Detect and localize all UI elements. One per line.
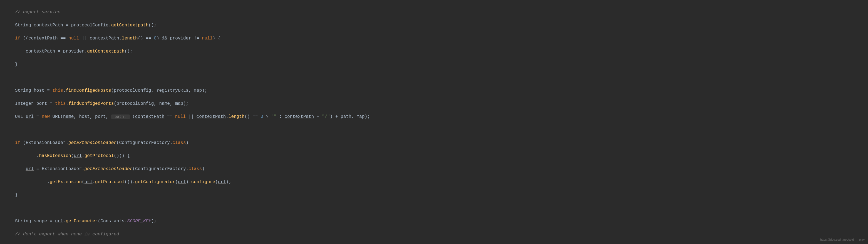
code-text: = (34, 114, 42, 119)
code-text: ( (71, 153, 74, 158)
operator: + (314, 114, 322, 119)
method-call: hasExtension (39, 153, 71, 158)
code-text: . (66, 101, 68, 106)
type-keyword: String (15, 23, 31, 28)
code-line[interactable]: // export service (15, 9, 266, 15)
code-line[interactable]: .getExtension(url.getProtocol()).getConf… (15, 179, 266, 185)
type-keyword: String (15, 219, 31, 224)
keyword: if (15, 36, 20, 41)
operator: == (164, 114, 175, 119)
code-text: host = (31, 88, 53, 93)
operator: : (277, 114, 285, 119)
code-text: ) + path, map); (330, 114, 370, 119)
code-line[interactable] (15, 205, 266, 211)
code-line[interactable]: url = ExtensionLoader.getExtensionLoader… (15, 165, 266, 172)
static-field: SCOPE_KEY (127, 219, 151, 224)
variable: contextPath (34, 23, 63, 28)
classname: URL (52, 114, 60, 119)
variable: url (74, 153, 82, 158)
code-text: . (15, 180, 50, 185)
comment: // export service (15, 10, 60, 15)
keyword: this (55, 101, 66, 106)
code-text: (ExtensionLoader. (20, 140, 68, 145)
code-line[interactable]: contextPath = provider.getContextpath(); (15, 48, 266, 55)
code-text: ( (130, 114, 135, 119)
code-line[interactable] (15, 74, 266, 81)
code-text: ) (186, 140, 189, 145)
variable: contextPath (28, 36, 58, 41)
method-call: getContextpath (111, 23, 149, 28)
code-text: port = (34, 101, 55, 106)
variable: url (55, 219, 63, 224)
code-text: ())) { (114, 153, 130, 158)
variable: url (178, 180, 186, 185)
code-text: ) && provider != (157, 36, 202, 41)
code-text: (( (20, 36, 28, 41)
code-text: = ExtensionLoader. (34, 166, 84, 172)
code-text: () == (138, 36, 154, 41)
code-text: . (119, 36, 122, 41)
code-text: . (82, 153, 85, 158)
watermark: https://blog.csdn.net/cold___play (820, 237, 865, 242)
code-line[interactable]: } (15, 192, 266, 198)
code-text (50, 114, 53, 119)
brace: } (15, 62, 18, 67)
code-text: , host, port, (74, 114, 111, 119)
type-keyword: String (15, 88, 31, 93)
code-editor[interactable]: // export service String contextPath = p… (0, 0, 266, 244)
code-text: . (15, 153, 39, 158)
method-call: findConfigedHosts (66, 88, 111, 93)
operator: || (79, 36, 90, 41)
code-line[interactable]: String host = this.findConfigedHosts(pro… (15, 87, 266, 94)
code-line[interactable] (15, 126, 266, 133)
code-text: ( (215, 180, 218, 185)
code-line[interactable]: // don't export when none is configured (15, 231, 266, 237)
param-hint: path: (111, 115, 130, 119)
code-text: ); (151, 219, 157, 224)
code-line[interactable]: .hasExtension(url.getProtocol())) { (15, 153, 266, 159)
method-call: getProtocol (95, 180, 125, 185)
code-line[interactable]: } (15, 61, 266, 67)
code-line[interactable]: String contextPath = protocolConfig.getC… (15, 22, 266, 28)
method-call: length (122, 36, 138, 41)
static-method: getExtensionLoader (68, 140, 117, 145)
code-line[interactable]: URL url = new URL(name, host, port, path… (15, 113, 266, 120)
code-text: (ConfiguratorFactory. (132, 166, 188, 172)
code-line[interactable]: String scope = url.getParameter(Constant… (15, 218, 266, 224)
code-line[interactable]: if (ExtensionLoader.getExtensionLoader(C… (15, 140, 266, 146)
operator: == (58, 36, 68, 41)
keyword: if (15, 140, 20, 145)
variable: url (85, 180, 93, 185)
operator: ? (263, 114, 271, 119)
variable: contextPath (284, 114, 314, 119)
code-text: ( (60, 114, 63, 119)
keyword: new (42, 114, 50, 119)
code-text: = protocolConfig. (63, 23, 111, 28)
code-text: (protocolConfig, registryURLs, map); (111, 88, 208, 93)
method-call: configure (191, 180, 215, 185)
code-text: scope = (31, 219, 55, 224)
variable: contextPath (135, 114, 164, 119)
keyword: null (68, 36, 79, 41)
code-text: (); (125, 49, 133, 54)
code-text: = provider. (55, 49, 87, 54)
code-line[interactable]: if ((contextPath == null || contextPath.… (15, 35, 266, 41)
code-text: . (63, 88, 66, 93)
string: "" (271, 114, 276, 119)
variable: url (26, 166, 34, 172)
code-text: . (92, 180, 95, 185)
method-call: length (228, 114, 245, 119)
code-line[interactable]: Integer port = this.findConfigedPorts(pr… (15, 100, 266, 107)
comment: // don't export when none is configured (15, 232, 119, 237)
number: 0 (154, 36, 157, 41)
keyword: class (188, 166, 202, 172)
brace: } (15, 192, 18, 197)
method-call: findConfigedPorts (68, 101, 114, 106)
method-call: getParameter (66, 219, 98, 224)
code-text: ()). (125, 180, 135, 185)
keyword: this (52, 88, 63, 93)
variable: name (159, 101, 170, 106)
right-panel (266, 0, 868, 244)
code-text: ) { (213, 36, 221, 41)
code-text: ); (226, 180, 231, 185)
